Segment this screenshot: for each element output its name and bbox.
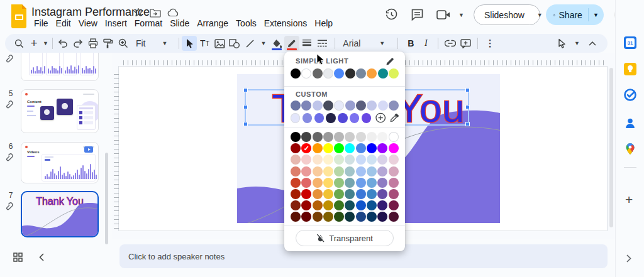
add-comment-button[interactable] — [458, 36, 473, 51]
palette-color-b6d7a8[interactable] — [334, 166, 344, 177]
insert-line-tool[interactable] — [242, 36, 257, 51]
custom-color-b-0[interactable] — [291, 113, 300, 123]
selection-handle[interactable] — [465, 88, 470, 92]
custom-color-7[interactable] — [367, 100, 377, 111]
insert-shape-tool[interactable] — [227, 36, 242, 51]
border-dash-tool[interactable] — [314, 36, 330, 51]
menu-file[interactable]: File — [30, 18, 52, 29]
palette-color-0b5394[interactable] — [367, 200, 377, 210]
palette-color-000000[interactable] — [291, 132, 301, 142]
palette-color-8e7cc3[interactable] — [377, 178, 387, 188]
custom-color-0[interactable] — [291, 100, 301, 111]
palette-color-93c47d[interactable] — [334, 178, 344, 188]
palette-color-20124d[interactable] — [377, 212, 387, 222]
palette-color-00ffff[interactable] — [345, 143, 355, 153]
menu-help[interactable]: Help — [311, 18, 336, 29]
laser-pointer-tool[interactable] — [554, 36, 569, 51]
palette-color-efefef[interactable] — [367, 132, 377, 142]
palette-color-e6b8af[interactable] — [291, 155, 301, 165]
menu-edit[interactable]: Edit — [52, 18, 75, 29]
palette-color-b4a7d6[interactable] — [377, 166, 387, 177]
document-title[interactable]: Instagram Performance — [31, 6, 150, 19]
zoom-icon[interactable] — [116, 36, 131, 51]
menu-view[interactable]: View — [75, 18, 101, 29]
selection-handle[interactable] — [243, 122, 248, 126]
collapse-toolbar-button[interactable] — [585, 36, 600, 51]
search-menus-icon[interactable] — [11, 36, 26, 51]
theme-color-3[interactable] — [323, 68, 333, 79]
palette-color-b7b7b7[interactable] — [334, 132, 344, 142]
slideshow-dropdown-caret[interactable]: ▼ — [532, 12, 548, 18]
selection-handle[interactable] — [465, 122, 470, 126]
theme-color-1[interactable] — [301, 68, 311, 79]
palette-color-cccccc[interactable] — [345, 132, 355, 142]
custom-color-8[interactable] — [378, 100, 388, 111]
tasks-icon[interactable] — [624, 89, 636, 101]
custom-color-5[interactable] — [345, 100, 355, 111]
palette-color-741b47[interactable] — [389, 200, 399, 210]
palette-color-980000[interactable] — [291, 143, 301, 153]
palette-color-999999[interactable] — [323, 132, 333, 142]
palette-color-a64d79[interactable] — [389, 189, 399, 199]
palette-color-85200c[interactable] — [291, 200, 301, 210]
palette-color-6d9eeb[interactable] — [356, 178, 366, 188]
menu-slide[interactable]: Slide — [166, 18, 193, 29]
menu-arrange[interactable]: Arrange — [193, 18, 232, 29]
palette-color-fff2cc[interactable] — [323, 155, 333, 165]
eyedropper-icon[interactable] — [389, 113, 399, 123]
meet-camera-icon[interactable] — [436, 9, 451, 20]
custom-color-b-6[interactable] — [362, 113, 371, 123]
custom-color-3[interactable] — [323, 100, 333, 111]
palette-color-674ea7[interactable] — [377, 189, 387, 199]
font-caret[interactable]: ▼ — [363, 40, 392, 46]
palette-color-bf9000[interactable] — [323, 200, 333, 210]
new-slide-button[interactable]: + — [26, 36, 42, 51]
palette-color-6fa8dc[interactable] — [367, 178, 377, 188]
palette-color-d0e0e3[interactable] — [345, 155, 355, 165]
grid-view-button[interactable] — [13, 253, 23, 262]
palette-color-ff00ff[interactable] — [389, 143, 399, 153]
select-tool[interactable] — [182, 36, 197, 51]
border-weight-tool[interactable] — [299, 36, 314, 51]
palette-color-4c1130[interactable] — [389, 212, 399, 222]
palette-color-351c75[interactable] — [377, 200, 387, 210]
palette-color-d9d9d9[interactable] — [356, 132, 366, 142]
palette-color-660000[interactable] — [301, 212, 311, 222]
palette-color-ead1dc[interactable] — [389, 155, 399, 165]
palette-color-f9cb9c[interactable] — [313, 166, 323, 177]
palette-color-c9daf8[interactable] — [356, 155, 366, 165]
palette-color-00ff00[interactable] — [334, 143, 344, 153]
palette-color-0000ff[interactable] — [367, 143, 377, 153]
palette-color-134f5c[interactable] — [345, 200, 355, 210]
star-icon[interactable] — [133, 8, 143, 18]
palette-color-a2c4c9[interactable] — [345, 166, 355, 177]
palette-color-434343[interactable] — [301, 132, 311, 142]
palette-color-f3f3f3[interactable] — [377, 132, 387, 142]
filmstrip-scrollbar[interactable] — [105, 153, 108, 244]
slide-thumbnail-6[interactable]: Videos — [21, 142, 99, 183]
custom-color-4[interactable] — [334, 100, 344, 111]
palette-color-5b0f00[interactable] — [291, 212, 301, 222]
palette-color-ffd966[interactable] — [323, 178, 333, 188]
border-color-tool[interactable] — [284, 36, 299, 51]
slide-thumbnail-7-selected[interactable]: Thank You — [21, 191, 99, 237]
contacts-icon[interactable] — [624, 117, 636, 129]
camera-dropdown-caret[interactable]: ▼ — [453, 12, 469, 18]
more-options-button[interactable]: ⋮ — [482, 36, 497, 51]
palette-color-ffff00[interactable] — [323, 143, 333, 153]
menu-format[interactable]: Format — [131, 18, 166, 29]
expand-panel-button[interactable] — [626, 254, 631, 263]
menu-insert[interactable]: Insert — [101, 18, 131, 29]
palette-color-e69138[interactable] — [313, 189, 323, 199]
selection-handle[interactable] — [243, 105, 248, 109]
slideshow-button[interactable]: Slideshow ▼ — [474, 4, 540, 25]
custom-color-1[interactable] — [301, 100, 311, 111]
slides-logo[interactable] — [10, 4, 28, 28]
add-addon-button[interactable]: + — [625, 192, 633, 207]
custom-color-b-5[interactable] — [350, 113, 359, 123]
theme-color-4[interactable] — [334, 68, 344, 79]
custom-color-6[interactable] — [356, 100, 366, 111]
palette-color-3d85c6[interactable] — [367, 189, 377, 199]
text-box-tool[interactable]: TT — [197, 36, 212, 51]
zoom-level[interactable]: Fit — [131, 36, 148, 51]
